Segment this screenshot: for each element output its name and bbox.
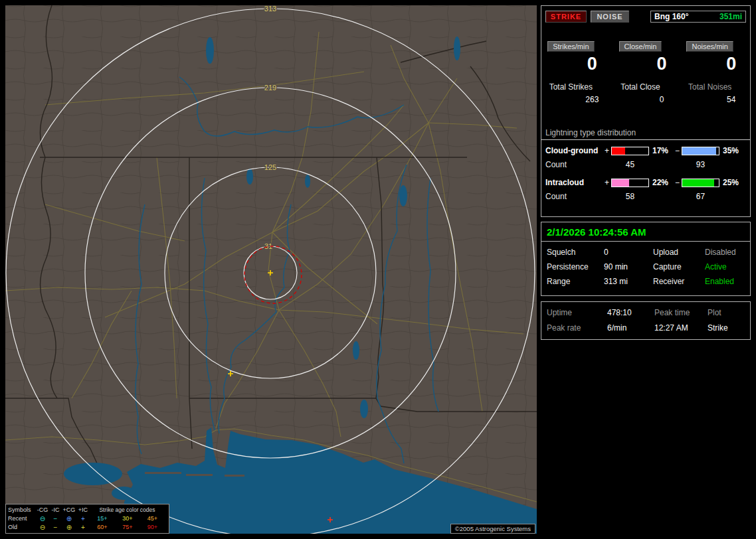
cloud-ground-count-row: Count 45 93 xyxy=(541,160,750,169)
uptime-value: 478:10 xyxy=(607,308,654,317)
uptime-label: Uptime xyxy=(547,308,607,317)
ic-minus-percent: 25% xyxy=(719,178,742,187)
old-neg-ic-icon: − xyxy=(49,523,62,532)
cg-minus-count: 93 xyxy=(682,160,719,169)
status-panel: Uptime 478:10 Peak time Plot Peak rate 6… xyxy=(541,301,751,340)
mode-button-row: STRIKE NOISE Bng 160° 351mi xyxy=(541,6,750,23)
ic-count-label: Count xyxy=(545,192,603,201)
total-close-value: 0 xyxy=(627,95,697,104)
strikes-per-min-value: 0 xyxy=(557,54,627,74)
close-per-min-button[interactable]: Close/min xyxy=(619,41,662,52)
old-pos-ic-icon: + xyxy=(76,523,90,532)
total-noises-value: 54 xyxy=(696,95,756,104)
cloud-ground-label: Cloud-ground xyxy=(545,146,603,155)
legend-symbols-header: Symbols xyxy=(8,506,36,514)
legend-col-neg-ic: -IC xyxy=(49,506,62,514)
noise-button[interactable]: NOISE xyxy=(591,11,629,23)
rate-columns: Strikes/min 0 Total Strikes 263 Close/mi… xyxy=(541,40,750,104)
ic-minus-bar xyxy=(682,179,719,187)
legend-age-header: Strike age color codes xyxy=(90,506,165,514)
old-neg-cg-icon: ⊖ xyxy=(36,523,49,532)
ic-plus-percent: 22% xyxy=(649,178,673,187)
age-15: 15+ xyxy=(90,514,115,523)
plus-sign: + xyxy=(603,178,611,187)
cg-count-label: Count xyxy=(545,160,603,169)
squelch-label: Squelch xyxy=(547,248,604,257)
total-strikes-value: 263 xyxy=(557,95,627,104)
ring-label-313: 313 xyxy=(264,5,276,13)
ring-label-125: 125 xyxy=(264,163,276,171)
cg-plus-count: 45 xyxy=(611,160,649,169)
recent-neg-cg-icon: ⊖ xyxy=(36,514,49,523)
age-90: 90+ xyxy=(140,523,165,532)
ic-minus-bar-fill xyxy=(682,179,714,187)
app-window: 313 219 125 31 Symbols -CG -IC +CG +IC xyxy=(0,0,756,539)
plus-sign: + xyxy=(603,146,611,155)
bearing-readout: Bng 160° 351mi xyxy=(650,11,746,23)
peak-time-label: Peak time xyxy=(654,308,708,317)
recent-pos-ic-icon: + xyxy=(76,514,90,523)
strike-button[interactable]: STRIKE xyxy=(545,11,587,23)
total-strikes-label: Total Strikes xyxy=(536,82,606,92)
cg-minus-percent: 35% xyxy=(719,146,742,155)
intracloud-row: Intracloud + 22% − 25% xyxy=(541,178,750,187)
minus-sign: − xyxy=(673,178,682,187)
legend-old-label: Old xyxy=(8,523,36,532)
minus-sign: − xyxy=(673,146,682,155)
intracloud-count-row: Count 58 67 xyxy=(541,192,750,201)
recent-neg-ic-icon: − xyxy=(49,514,62,523)
cg-plus-bar-fill xyxy=(612,147,625,155)
bearing-label: Bng 160° xyxy=(654,12,688,21)
intracloud-label: Intracloud xyxy=(545,178,603,187)
strikes-column: Strikes/min 0 Total Strikes 263 xyxy=(541,40,611,104)
peak-time-value: 12:27 AM xyxy=(654,323,708,333)
peak-rate-label: Peak rate xyxy=(547,323,607,333)
stats-panel: STRIKE NOISE Bng 160° 351mi Strikes/min … xyxy=(541,5,751,217)
settings-panel: 2/1/2026 10:24:56 AM Squelch 0 Upload Di… xyxy=(541,222,751,296)
copyright: ©2005 Astrogenic Systems xyxy=(450,524,535,534)
close-per-min-value: 0 xyxy=(627,54,697,74)
persistence-label: Persistence xyxy=(547,262,604,271)
legend-recent-label: Recent xyxy=(8,514,36,523)
settings-grid: Squelch 0 Upload Disabled Persistence 90… xyxy=(541,242,750,286)
map-legend: Symbols -CG -IC +CG +IC Strike age color… xyxy=(5,504,169,534)
total-noises-label: Total Noises xyxy=(675,82,745,92)
cg-plus-percent: 17% xyxy=(649,146,673,155)
recent-pos-cg-icon: ⊕ xyxy=(62,514,76,523)
ring-label-219: 219 xyxy=(264,84,276,92)
capture-label: Capture xyxy=(653,262,705,271)
legend-col-pos-cg: +CG xyxy=(62,506,76,514)
datetime-display: 2/1/2026 10:24:56 AM xyxy=(541,222,750,242)
status-grid: Uptime 478:10 Peak time Plot Peak rate 6… xyxy=(541,302,750,333)
range-label: Range xyxy=(547,277,604,286)
age-75: 75+ xyxy=(115,523,140,532)
ic-minus-count: 67 xyxy=(682,192,719,201)
legend-col-neg-cg: -CG xyxy=(36,506,49,514)
lightning-map[interactable]: 313 219 125 31 Symbols -CG -IC +CG +IC xyxy=(5,5,537,534)
age-30: 30+ xyxy=(115,514,140,523)
persistence-value: 90 min xyxy=(604,262,653,271)
map-canvas: 313 219 125 31 xyxy=(5,5,537,534)
age-60: 60+ xyxy=(90,523,115,532)
bearing-distance: 351mi xyxy=(719,12,742,21)
ic-plus-bar-fill xyxy=(612,179,629,187)
cg-minus-bar xyxy=(682,147,719,155)
lightning-distribution: Lightning type distribution Cloud-ground… xyxy=(541,128,750,201)
total-close-label: Total Close xyxy=(606,82,676,92)
distribution-title: Lightning type distribution xyxy=(541,128,750,140)
ic-plus-count: 58 xyxy=(611,192,649,201)
strikes-per-min-button[interactable]: Strikes/min xyxy=(547,41,594,52)
old-pos-cg-icon: ⊕ xyxy=(62,523,76,532)
squelch-value: 0 xyxy=(604,248,653,257)
upload-status: Disabled xyxy=(705,248,745,257)
age-45: 45+ xyxy=(140,514,165,523)
noises-per-min-value: 0 xyxy=(696,54,756,74)
range-value: 313 mi xyxy=(604,277,653,286)
upload-label: Upload xyxy=(653,248,705,257)
cloud-ground-row: Cloud-ground + 17% − 35% xyxy=(541,146,750,155)
noises-per-min-button[interactable]: Noises/min xyxy=(686,41,733,52)
peak-rate-value: 6/min xyxy=(607,323,654,333)
capture-status: Active xyxy=(705,262,745,271)
cg-minus-bar-fill xyxy=(682,147,716,155)
plot-label: Plot xyxy=(708,308,745,317)
